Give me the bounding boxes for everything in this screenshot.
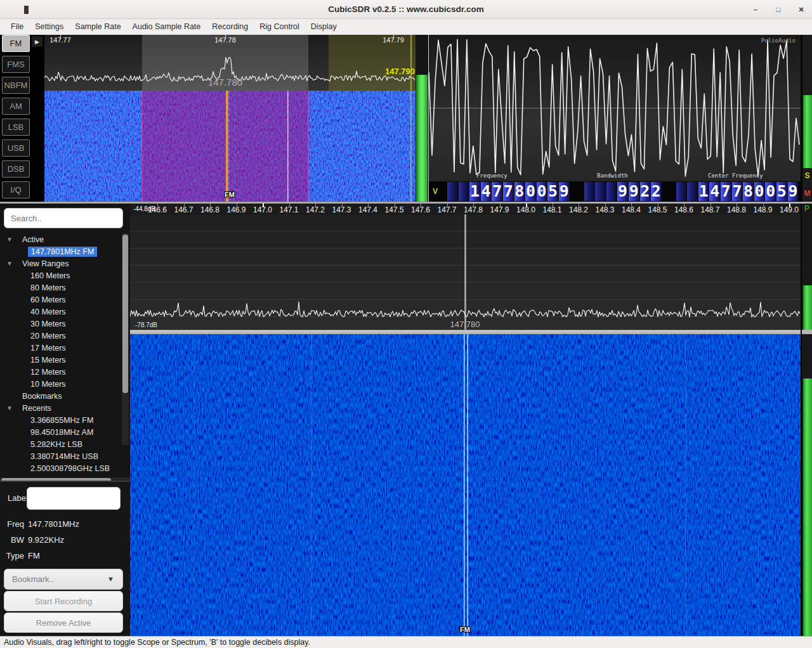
center-frequency-digit-cell[interactable]: 1 <box>698 182 709 201</box>
frequency-digit-cell-blank[interactable] <box>459 182 469 201</box>
vscroll-thumb[interactable] <box>122 235 128 393</box>
bandwidth-digit-cell-blank[interactable] <box>606 182 617 201</box>
bandwidth-digit-cell-blank[interactable] <box>584 182 595 201</box>
tree-vertical-scrollbar[interactable] <box>122 233 129 445</box>
tree-item-20-meters[interactable]: 20 Meters <box>0 330 130 342</box>
menu-item-recording[interactable]: Recording <box>206 20 254 33</box>
audio-scope-panel[interactable]: PulseAudio FrequencyBandwidthCenter Freq… <box>428 35 801 202</box>
tuner-gain-meter[interactable] <box>416 35 428 202</box>
tree-item-80-meters[interactable]: 80 Meters <box>0 282 130 294</box>
tree-item-10-meters[interactable]: 10 Meters <box>0 378 130 390</box>
center-frequency-digit-cell[interactable]: 0 <box>754 182 765 201</box>
menu-item-sample-rate[interactable]: Sample Rate <box>69 20 126 33</box>
bandwidth-digit-cell[interactable]: 9 <box>617 182 628 201</box>
bandwidth-digit-cell[interactable]: 2 <box>651 182 662 201</box>
close-button[interactable]: ✕ <box>797 6 806 14</box>
menu-item-file[interactable]: File <box>5 20 29 33</box>
center-frequency-digit-cell[interactable]: 0 <box>765 182 776 201</box>
center-frequency-digit-cell-blank[interactable] <box>676 182 687 201</box>
frequency-digit-cell[interactable]: 7 <box>492 182 502 201</box>
tree-item-40-meters[interactable]: 40 Meters <box>0 306 130 318</box>
label-input[interactable] <box>27 487 121 510</box>
center-frequency-digit-cell[interactable]: 9 <box>788 182 799 201</box>
scope-waveform <box>429 35 801 181</box>
tree-item-3-380714mhz-usb[interactable]: 3.380714MHz USB <box>0 450 130 462</box>
tree-item-98-45018mhz-am[interactable]: 98.45018MHz AM <box>0 426 130 438</box>
menu-item-rig-control[interactable]: Rig Control <box>254 20 305 33</box>
tree-item-5-282khz-lsb[interactable]: 5.282KHz LSB <box>0 438 130 450</box>
mode-button-dsb[interactable]: DSB <box>2 160 30 178</box>
s-solo-label[interactable]: S <box>802 171 812 180</box>
tree-item-60-meters[interactable]: 60 Meters <box>0 294 130 306</box>
center-frequency-digit-cell[interactable]: 4 <box>709 182 720 201</box>
mode-button-fms[interactable]: FMS <box>2 56 30 73</box>
main-spectrum[interactable]: -78.7dB 147.780 <box>130 214 801 330</box>
frequency-digit-cell[interactable]: 5 <box>547 182 558 201</box>
scale-label: 148.5 <box>648 205 667 214</box>
tree-collapse-icon[interactable]: ▼ <box>6 236 13 243</box>
title-bar[interactable]: CubicSDR v0.2.5 :: www.cubicsdr.com – □ … <box>0 0 812 19</box>
rf-waterfall[interactable]: FM <box>44 91 416 202</box>
audio-scope[interactable]: PulseAudio FrequencyBandwidthCenter Freq… <box>429 35 801 181</box>
tree-item-160-meters[interactable]: 160 Meters <box>0 269 130 282</box>
tree-collapse-icon[interactable]: ▼ <box>6 405 13 411</box>
tree-item-12-meters[interactable]: 12 Meters <box>0 366 130 378</box>
scale-label: 146.7 <box>174 205 193 214</box>
mode-button-lsb[interactable]: LSB <box>2 119 30 136</box>
center-frequency-digit-cell[interactable]: 7 <box>732 182 743 201</box>
mode-button-am[interactable]: AM <box>2 98 30 115</box>
tree-item-2-500308798ghz-lsb[interactable]: 2.500308798GHz LSB <box>0 462 130 474</box>
frequency-digit-cell[interactable]: 0 <box>525 182 536 201</box>
frequency-digit-cell[interactable]: 4 <box>481 182 492 201</box>
tree-item-3-366855mhz-fm[interactable]: 3.366855MHz FM <box>0 414 130 426</box>
frequency-digit-cell[interactable]: 1 <box>469 182 480 201</box>
tree-item-15-meters[interactable]: 15 Meters <box>0 354 130 366</box>
tree-item-17-meters[interactable]: 17 Meters <box>0 342 130 354</box>
bookmark-dropdown[interactable]: Bookmark.. ▼ <box>4 569 123 590</box>
v-gain-label[interactable]: V <box>433 187 440 196</box>
main-waterfall[interactable]: FM <box>130 334 801 636</box>
mode-button-nbfm[interactable]: NBFM <box>2 77 30 94</box>
mode-button-usb[interactable]: USB <box>2 139 30 157</box>
bandwidth-digit-cell-blank[interactable] <box>595 182 606 201</box>
frequency-digits[interactable]: 147780059 <box>447 182 570 201</box>
minimize-button[interactable]: – <box>751 6 760 13</box>
center-frequency-digit-cell[interactable]: 5 <box>776 182 787 201</box>
rf-tuner-panel[interactable]: 147.77147.78147.79 147.780 147.790 <box>44 35 416 202</box>
menu-item-display[interactable]: Display <box>305 20 343 33</box>
menu-item-settings[interactable]: Settings <box>29 20 69 33</box>
remove-active-button[interactable]: Remove Active <box>4 612 123 633</box>
start-recording-button[interactable]: Start Recording <box>4 591 123 611</box>
maximize-button[interactable]: □ <box>774 6 783 13</box>
frequency-scale[interactable]: -44.8dB 146.6146.7146.8146.9147.0147.114… <box>130 204 801 214</box>
center-frequency-digits[interactable]: 147780059 <box>676 182 799 201</box>
tree-item-view-ranges[interactable]: ▼View Ranges <box>0 257 130 269</box>
rf-spectrum[interactable]: 147.77147.78147.79 147.780 147.790 <box>44 35 416 91</box>
tree-item-bookmarks[interactable]: Bookmarks <box>0 390 130 402</box>
tree-item-147-7801mhz-fm[interactable]: 147.7801MHz FM <box>0 245 130 257</box>
m-mute-label[interactable]: M <box>802 189 812 198</box>
tree-item-recents[interactable]: ▼Recents <box>0 402 130 414</box>
tree-item-30-meters[interactable]: 30 Meters <box>0 318 130 330</box>
bandwidth-digit-cell[interactable]: 9 <box>629 182 639 201</box>
frequency-digit-cell[interactable]: 7 <box>503 182 514 201</box>
spectrum-waterfall-divider[interactable] <box>130 330 801 334</box>
bandwidth-digit-cell[interactable]: 2 <box>640 182 651 201</box>
search-input[interactable] <box>4 208 123 228</box>
mode-button-iq[interactable]: I/Q <box>2 181 30 198</box>
audio-gain-meter[interactable]: S M <box>801 35 812 202</box>
frequency-digit-cell[interactable]: 0 <box>537 182 547 201</box>
center-frequency-digit-cell-blank[interactable] <box>687 182 698 201</box>
mode-button-fm[interactable]: FM <box>2 35 30 52</box>
frequency-digit-cell-blank[interactable] <box>447 182 458 201</box>
center-frequency-digit-cell[interactable]: 8 <box>743 182 754 201</box>
center-frequency-digit-cell[interactable]: 7 <box>721 182 731 201</box>
tree-item-active[interactable]: ▼Active <box>0 233 130 245</box>
mode-expander-arrow-icon[interactable]: ▶ <box>32 36 43 47</box>
waterfall-speed-meter[interactable]: P <box>801 204 812 636</box>
bandwidth-digits[interactable]: 9922 <box>584 182 662 201</box>
tree-collapse-icon[interactable]: ▼ <box>6 260 13 267</box>
frequency-digit-cell[interactable]: 9 <box>559 182 570 201</box>
menu-item-audio-sample-rate[interactable]: Audio Sample Rate <box>127 20 207 33</box>
frequency-digit-cell[interactable]: 8 <box>514 182 525 201</box>
